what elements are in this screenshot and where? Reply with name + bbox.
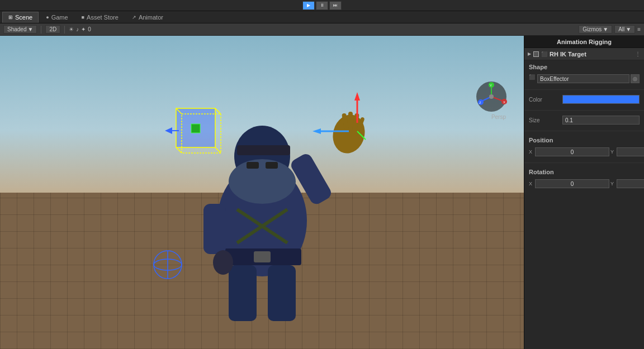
pos-y-label: Y xyxy=(610,149,616,155)
ninja-character xyxy=(150,53,374,332)
orientation-gizmo[interactable]: X Y Z xyxy=(476,82,507,112)
pause-button[interactable]: ⏸ xyxy=(316,1,328,10)
effects-icon[interactable]: ✦ xyxy=(81,26,86,32)
size-input[interactable] xyxy=(562,116,640,125)
size-label: Size xyxy=(529,117,562,123)
color-label: Color xyxy=(529,97,562,103)
color-swatch[interactable] xyxy=(562,95,640,104)
component-menu-icon[interactable]: ⋮ xyxy=(635,51,641,57)
svg-line-30 xyxy=(215,147,221,153)
rotation-label: Rotation xyxy=(529,169,554,175)
component-expand-icon[interactable]: ▶ xyxy=(528,51,531,56)
asset-store-tab-icon: ■ xyxy=(82,15,84,20)
transform-gizmo xyxy=(162,103,229,160)
rotation-xyz-fields: X Y Z xyxy=(529,179,644,188)
step-button[interactable]: ⏭ xyxy=(329,1,342,10)
divider-3 xyxy=(524,131,644,131)
scene-tab-icon: ⊞ xyxy=(8,15,13,20)
hidden-count: 0 xyxy=(88,26,91,32)
shading-dropdown[interactable]: Shaded ▼ xyxy=(3,25,37,34)
svg-rect-16 xyxy=(348,112,353,130)
2d-toggle[interactable]: 2D xyxy=(45,25,60,34)
position-xyz-fields: X Y Z xyxy=(529,147,644,156)
tab-animator[interactable]: ↗ Animator xyxy=(126,12,169,23)
rotation-y-field: Y xyxy=(610,179,644,188)
svg-marker-23 xyxy=(312,128,321,134)
rotation-y-input[interactable] xyxy=(617,179,644,188)
position-xyz-row: X Y Z xyxy=(529,147,640,157)
scene-toolbar: Shaded ▼ 2D ☀ ♪ ✦ 0 Gizmos ▼ All ▼ ≡ xyxy=(0,23,644,36)
asset-store-tab-label: Asset Store xyxy=(87,14,119,21)
play-button[interactable]: ▶ xyxy=(302,1,315,10)
svg-point-11 xyxy=(229,159,296,204)
layers-dropdown[interactable]: All ▼ xyxy=(614,25,635,34)
size-section: Size xyxy=(524,113,644,128)
shape-select-btn[interactable]: ◎ xyxy=(631,74,640,83)
svg-line-29 xyxy=(176,147,182,153)
sphere-wireframe-gizmo xyxy=(151,248,184,281)
position-x-field: X xyxy=(529,147,609,156)
pos-x-label: X xyxy=(529,149,534,155)
shape-label: Shape xyxy=(529,64,547,70)
rotation-x-input[interactable] xyxy=(535,179,609,188)
position-y-field: Y xyxy=(610,147,644,156)
2d-label: 2D xyxy=(49,26,56,32)
svg-rect-4 xyxy=(254,251,271,262)
svg-marker-33 xyxy=(165,127,172,134)
component-name: RH IK Target xyxy=(550,51,586,58)
panel-header: Animation Rigging xyxy=(524,36,644,48)
divider-4 xyxy=(524,162,644,163)
position-y-input[interactable] xyxy=(617,147,644,156)
rotation-label-row: Rotation xyxy=(529,168,640,178)
position-section: Position X Y Z xyxy=(524,133,644,160)
tab-scene[interactable]: ⊞ Scene xyxy=(2,12,39,23)
lighting-icon[interactable]: ☀ xyxy=(69,26,74,32)
color-section: Color xyxy=(524,92,644,108)
rot-y-label: Y xyxy=(610,181,616,187)
sound-icon[interactable]: ♪ xyxy=(76,26,79,32)
layers-label: All xyxy=(618,26,624,32)
position-x-input[interactable] xyxy=(535,147,609,156)
svg-text:Z: Z xyxy=(479,101,481,104)
gizmos-label: Gizmos xyxy=(583,26,602,32)
tab-bar: ⊞ Scene ● Game ■ Asset Store ↗ Animator xyxy=(0,11,644,23)
rot-x-label: X xyxy=(529,181,534,187)
svg-rect-13 xyxy=(266,162,278,169)
animator-tab-label: Animator xyxy=(139,14,163,21)
tab-asset-store[interactable]: ■ Asset Store xyxy=(75,12,125,23)
shape-section: Shape ⬛ ◎ xyxy=(524,60,644,87)
svg-line-28 xyxy=(215,108,221,114)
viewport[interactable]: X Y Z Persp xyxy=(0,36,524,349)
svg-marker-21 xyxy=(354,92,360,101)
svg-text:X: X xyxy=(503,101,505,104)
shape-label-row: Shape xyxy=(529,63,640,73)
gizmos-dropdown[interactable]: Gizmos ▼ xyxy=(579,25,612,34)
component-type-icon: ⬛ xyxy=(541,51,547,57)
game-tab-icon: ● xyxy=(46,15,49,20)
rotation-xyz-row: X Y Z xyxy=(529,179,640,189)
svg-rect-10 xyxy=(237,145,290,155)
layers-arrow-icon: ▼ xyxy=(626,26,631,32)
size-row: Size xyxy=(529,115,640,125)
shape-input[interactable] xyxy=(537,74,629,83)
position-label-row: Position xyxy=(529,136,640,146)
svg-rect-12 xyxy=(247,162,259,169)
position-label: Position xyxy=(529,137,553,144)
svg-rect-8 xyxy=(203,204,226,254)
divider-1 xyxy=(524,89,644,90)
menu-icon[interactable]: ≡ xyxy=(637,26,641,32)
shading-label: Shaded xyxy=(7,26,26,32)
toolbar-sep-2 xyxy=(64,26,65,34)
shading-arrow-icon: ▼ xyxy=(27,26,33,32)
main-content: X Y Z Persp Animation Rigging ▶ ⬛ xyxy=(0,36,644,349)
svg-rect-31 xyxy=(191,124,200,133)
game-tab-label: Game xyxy=(51,14,68,21)
rotation-section: Rotation X Y Z xyxy=(524,165,644,192)
divider-2 xyxy=(524,110,644,111)
color-row: Color xyxy=(529,94,640,104)
component-header: ▶ ⬛ RH IK Target ⋮ xyxy=(524,48,644,60)
shape-type-icon: ⬛ xyxy=(529,74,535,83)
rotation-x-field: X xyxy=(529,179,609,188)
tab-game[interactable]: ● Game xyxy=(40,12,74,23)
component-checkbox[interactable] xyxy=(533,51,539,57)
